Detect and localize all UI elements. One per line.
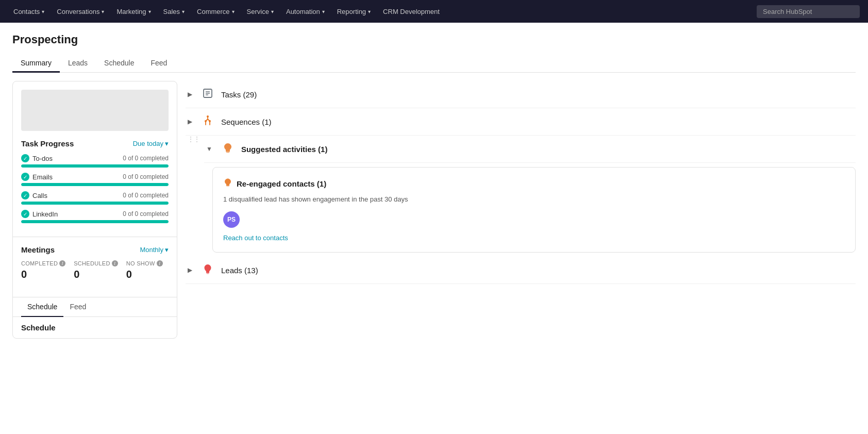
nav-sales[interactable]: Sales ▾ [158, 6, 190, 18]
stat-scheduled-label: SCHEDULED [74, 260, 110, 266]
task-count-calls: 0 of 0 completed [123, 192, 169, 199]
stat-no-show-label: NO SHOW [126, 260, 155, 266]
stat-scheduled: SCHEDULED i 0 [74, 260, 118, 280]
page-header: Prospecting Summary Leads Schedule Feed [0, 23, 868, 73]
banner-image [21, 90, 169, 131]
activity-leads[interactable]: ▶ Leads (13) [186, 257, 856, 284]
nav-crm-development[interactable]: CRM Development [378, 6, 445, 18]
svg-point-5 [205, 120, 207, 122]
page-content: Prospecting Summary Leads Schedule Feed [0, 23, 868, 434]
stat-completed-label: COMPLETED [21, 260, 58, 266]
nav-service-label: Service [247, 8, 269, 15]
bottom-tab-section: Schedule Feed Schedule [13, 297, 177, 338]
nav-commerce-chevron: ▾ [232, 9, 235, 14]
task-label-calls: Calls [32, 192, 47, 199]
tab-leads[interactable]: Leads [60, 55, 96, 73]
bottom-tab-schedule[interactable]: Schedule [21, 297, 63, 317]
suggested-icon [222, 142, 233, 156]
expand-sequences-icon[interactable]: ▶ [186, 116, 194, 127]
task-progress-section: Task Progress Due today ▾ ✓ To-dos [13, 131, 177, 237]
nav-conversations[interactable]: Conversations ▾ [52, 6, 109, 18]
expand-tasks-icon[interactable]: ▶ [186, 89, 194, 100]
nav-commerce[interactable]: Commerce ▾ [192, 6, 240, 18]
nav-service[interactable]: Service ▾ [242, 6, 279, 18]
svg-rect-11 [207, 273, 209, 274]
drag-handle-suggested[interactable]: ⋮⋮ [186, 136, 202, 143]
check-icon-emails: ✓ [21, 173, 29, 181]
sequences-title: Sequences (1) [221, 118, 272, 126]
expand-leads-icon[interactable]: ▶ [186, 264, 194, 276]
scheduled-info-icon[interactable]: i [112, 260, 118, 266]
avatar: PS [223, 211, 240, 228]
stat-completed: COMPLETED i 0 [21, 260, 65, 280]
bottom-section-title: Schedule [21, 323, 56, 332]
activity-suggested[interactable]: ▼ Suggested activities (1) [204, 136, 856, 163]
expand-suggested-icon[interactable]: ▼ [204, 143, 214, 155]
nav-contacts-label: Contacts [13, 8, 40, 15]
progress-fill-calls [21, 202, 169, 205]
meetings-title: Meetings [21, 245, 55, 254]
tab-summary[interactable]: Summary [12, 55, 60, 73]
nav-conversations-label: Conversations [57, 8, 99, 15]
nav-marketing[interactable]: Marketing ▾ [111, 6, 156, 18]
task-label-todos: To-dos [32, 155, 53, 162]
task-count-linkedin: 0 of 0 completed [123, 210, 169, 218]
activity-tasks-row: ▶ Tasks (29) [186, 81, 856, 108]
svg-point-6 [209, 120, 211, 122]
task-progress-title: Task Progress [21, 139, 74, 148]
re-engaged-card-title: Re-engaged contacts (1) [223, 178, 845, 189]
due-today-link[interactable]: Due today ▾ [133, 140, 169, 147]
nav-contacts[interactable]: Contacts ▾ [8, 6, 49, 18]
right-panel: ▶ Tasks (29) [186, 81, 856, 339]
svg-rect-8 [226, 152, 229, 153]
activity-sequences-row: ▶ Sequences (1) [186, 108, 856, 136]
suggested-title: Suggested activities (1) [241, 145, 328, 154]
nav-automation[interactable]: Automation ▾ [281, 6, 330, 18]
progress-bar-todos [21, 164, 169, 168]
summary-card: Task Progress Due today ▾ ✓ To-dos [12, 81, 177, 339]
task-row-emails: ✓ Emails 0 of 0 completed [21, 173, 169, 186]
check-icon-todos: ✓ [21, 154, 29, 162]
nav-sales-label: Sales [163, 8, 180, 15]
task-label-linkedin: LinkedIn [32, 210, 58, 218]
no-show-info-icon[interactable]: i [157, 260, 163, 266]
activity-sequences[interactable]: ▶ Sequences (1) [186, 108, 856, 136]
nav-marketing-chevron: ▾ [148, 9, 151, 14]
leads-icon [202, 263, 213, 277]
progress-fill-todos [21, 164, 169, 168]
bottom-tab-feed[interactable]: Feed [63, 297, 92, 317]
progress-bar-emails [21, 183, 169, 186]
nav-contacts-chevron: ▾ [42, 9, 44, 14]
svg-rect-10 [206, 273, 209, 274]
re-engaged-icon [223, 178, 232, 189]
progress-bar-calls [21, 202, 169, 205]
nav-reporting[interactable]: Reporting ▾ [332, 6, 376, 18]
activity-tasks[interactable]: ▶ Tasks (29) [186, 81, 856, 108]
nav-conversations-chevron: ▾ [102, 9, 104, 14]
due-today-chevron: ▾ [165, 140, 169, 147]
global-search-input[interactable] [757, 5, 860, 18]
tab-feed[interactable]: Feed [142, 55, 175, 73]
meetings-filter-link[interactable]: Monthly ▾ [140, 246, 169, 254]
task-row-calls: ✓ Calls 0 of 0 completed [21, 191, 169, 205]
meetings-header: Meetings Monthly ▾ [21, 245, 169, 254]
check-icon-linkedin: ✓ [21, 210, 29, 218]
svg-rect-9 [226, 186, 229, 187]
reach-out-contacts-link[interactable]: Reach out to contacts [223, 234, 845, 242]
tasks-title: Tasks (29) [221, 90, 257, 99]
task-label-emails: Emails [32, 173, 53, 181]
task-count-todos: 0 of 0 completed [123, 155, 169, 162]
bottom-tab-list: Schedule Feed [13, 297, 177, 317]
task-progress-header: Task Progress Due today ▾ [21, 139, 169, 148]
nav-automation-chevron: ▾ [322, 9, 325, 14]
completed-info-icon[interactable]: i [59, 260, 65, 266]
sequences-icon [202, 115, 213, 129]
bottom-tab-content: Schedule [13, 317, 177, 338]
progress-fill-linkedin [21, 220, 169, 223]
page-title: Prospecting [12, 33, 856, 46]
top-navigation: Contacts ▾ Conversations ▾ Marketing ▾ S… [0, 0, 868, 23]
stat-completed-value: 0 [21, 269, 65, 280]
tab-schedule[interactable]: Schedule [96, 55, 142, 73]
stat-no-show: NO SHOW i 0 [126, 260, 163, 280]
tasks-icon-wrap [201, 87, 215, 102]
